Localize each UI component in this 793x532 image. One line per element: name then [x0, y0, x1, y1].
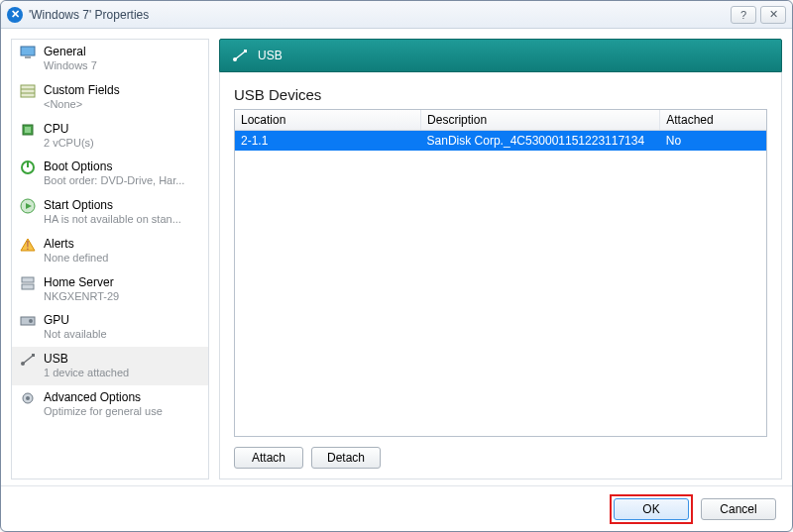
col-location[interactable]: Location	[235, 110, 421, 131]
sidebar-item-general[interactable]: General Windows 7	[12, 40, 208, 78]
sidebar-item-cpu[interactable]: CPU 2 vCPU(s)	[12, 117, 208, 156]
fields-icon	[20, 83, 36, 99]
usb-banner-icon	[232, 48, 248, 63]
panel-banner-title: USB	[258, 49, 283, 62]
sidebar-item-custom-fields[interactable]: Custom Fields <None>	[12, 78, 208, 117]
window-body: General Windows 7 Custom Fields <None>	[1, 29, 792, 485]
titlebar: ✕ 'Windows 7' Properties ? ✕	[1, 1, 792, 29]
table-row[interactable]: 2-1.1 SanDisk Corp._4C530001151223117134…	[235, 131, 766, 152]
sidebar-item-home-server[interactable]: Home Server NKGXENRT-29	[12, 270, 208, 309]
ok-highlight: OK	[610, 494, 693, 524]
col-attached[interactable]: Attached	[660, 110, 766, 131]
sidebar-item-sub: 2 vCPU(s)	[44, 137, 94, 151]
cell-description: SanDisk Corp._4C530001151223117134	[421, 131, 660, 152]
svg-rect-2	[21, 85, 35, 97]
main-panel: USB USB Devices Location Description Att…	[219, 39, 782, 479]
svg-point-16	[29, 319, 33, 323]
cell-attached: No	[660, 131, 766, 152]
power-icon	[20, 160, 36, 175]
titlebar-left: ✕ 'Windows 7' Properties	[7, 7, 149, 23]
svg-rect-6	[25, 127, 31, 133]
window-title: 'Windows 7' Properties	[29, 8, 149, 22]
server-icon	[20, 275, 36, 291]
col-description[interactable]: Description	[421, 110, 660, 131]
sidebar-item-advanced-options[interactable]: Advanced Options Optimize for general us…	[12, 385, 208, 424]
svg-text:!: !	[26, 239, 29, 253]
sidebar-item-label: Home Server	[44, 275, 119, 290]
sidebar-item-sub: Optimize for general use	[44, 405, 163, 419]
ok-button[interactable]: OK	[614, 498, 689, 520]
sidebar-item-label: USB	[44, 352, 129, 367]
gear-icon	[20, 390, 36, 406]
titlebar-controls: ? ✕	[731, 6, 786, 24]
svg-line-23	[235, 52, 245, 59]
sidebar-item-sub: NKGXENRT-29	[44, 290, 119, 304]
gpu-icon	[20, 313, 36, 329]
sidebar-item-sub: 1 device attached	[44, 367, 129, 380]
usb-devices-table: Location Description Attached 2-1.1 SanD…	[234, 109, 767, 437]
sidebar-item-sub: Boot order: DVD-Drive, Har...	[44, 174, 184, 188]
section-title: USB Devices	[234, 86, 767, 103]
svg-rect-13	[22, 277, 34, 282]
sidebar-item-gpu[interactable]: GPU Not available	[12, 308, 208, 347]
sidebar-item-label: CPU	[44, 122, 94, 137]
attach-button[interactable]: Attach	[234, 447, 303, 469]
sidebar-item-start-options[interactable]: Start Options HA is not available on sta…	[12, 193, 208, 232]
detach-button[interactable]: Detach	[311, 447, 381, 469]
sidebar-item-alerts[interactable]: ! Alerts None defined	[12, 232, 208, 270]
alert-icon: !	[20, 237, 36, 253]
cancel-button[interactable]: Cancel	[701, 498, 776, 520]
sidebar-item-usb[interactable]: USB 1 device attached	[12, 347, 208, 385]
sidebar-item-sub: HA is not available on stan...	[44, 213, 181, 227]
sidebar-item-label: Start Options	[44, 198, 181, 213]
properties-window: ✕ 'Windows 7' Properties ? ✕ General Win…	[0, 0, 793, 532]
play-icon	[20, 198, 36, 214]
sidebar-item-label: Boot Options	[44, 160, 184, 174]
sidebar-item-label: Advanced Options	[44, 390, 163, 405]
svg-line-18	[23, 356, 33, 364]
sidebar: General Windows 7 Custom Fields <None>	[11, 39, 209, 479]
svg-rect-14	[22, 284, 34, 289]
sidebar-item-label: Alerts	[44, 237, 108, 252]
svg-rect-19	[32, 354, 35, 357]
close-button[interactable]: ✕	[760, 6, 786, 24]
cell-location: 2-1.1	[235, 131, 421, 152]
help-button[interactable]: ?	[731, 6, 756, 24]
panel-content: USB Devices Location Description Attache…	[219, 72, 782, 479]
cpu-icon	[20, 122, 36, 138]
sidebar-item-sub: None defined	[44, 252, 108, 266]
svg-rect-0	[21, 47, 35, 55]
sidebar-item-sub: Windows 7	[44, 59, 97, 73]
app-icon: ✕	[7, 7, 23, 23]
sidebar-item-sub: <None>	[44, 98, 120, 112]
sidebar-item-label: Custom Fields	[44, 83, 120, 98]
sidebar-item-label: General	[44, 45, 97, 59]
usb-icon	[20, 352, 36, 368]
panel-banner: USB	[219, 39, 782, 72]
sidebar-item-boot-options[interactable]: Boot Options Boot order: DVD-Drive, Har.…	[12, 155, 208, 193]
monitor-icon	[20, 45, 36, 60]
action-buttons: Attach Detach	[234, 447, 767, 469]
sidebar-item-label: GPU	[44, 313, 107, 328]
svg-rect-24	[244, 50, 247, 53]
sidebar-item-sub: Not available	[44, 328, 107, 342]
svg-point-21	[26, 396, 30, 400]
dialog-footer: OK Cancel	[1, 485, 792, 531]
svg-rect-1	[25, 56, 31, 58]
